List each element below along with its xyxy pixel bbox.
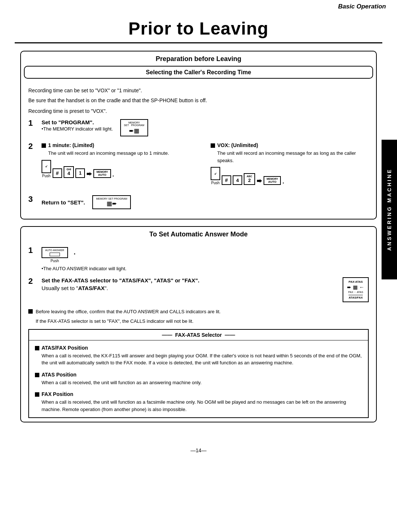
aa-step2-sub: Usually set to "ATAS/FAX".: [42, 285, 199, 291]
intro-line2: Be sure that the handset is on the cradl…: [28, 97, 369, 104]
key-sequence-1min: ↙ Push # GHI 4: [42, 160, 200, 178]
fax-atas-selector-img: PAX·ATAS ➨ ▦ ← PAX···ATAS ATAS/FAX: [343, 277, 369, 302]
set-key: MEMORY SET PROGRAM ▦➨: [92, 195, 131, 209]
aa-step-1: 1 AUTO ANSWER Push . •The AUTO ANSWER in…: [28, 246, 369, 271]
fax-item-1: ATAS/FAX Position When a call is receive…: [35, 345, 362, 367]
preset-text: Recording time is preset to "VOX".: [28, 108, 369, 114]
aa-note1: Before leaving the office, confirm that …: [28, 308, 369, 315]
subsection-title: Selecting the Caller's Recording Time: [25, 67, 372, 78]
fax-item-2: ATAS Position When a call is received, t…: [35, 372, 362, 386]
step2-left-label: 1 minute: (Limited): [42, 142, 200, 148]
key-sequence-vox: ↙ Push # 4: [211, 167, 369, 185]
preparation-section: Preparation before Leaving Selecting the…: [20, 51, 377, 219]
aa-step-2: 2 Set the FAX-ATAS selector to "ATAS/FAX…: [28, 277, 369, 302]
step2-right-desc: The unit will record an incoming message…: [217, 150, 369, 164]
memory-program-key: MEMORY SET PROGRAM ➨▦: [120, 119, 148, 136]
step-1: 1 Set to "PROGRAM". •The MEMORY indicato…: [28, 119, 369, 136]
step2-right-label: VOX: (Unlimited): [211, 142, 369, 148]
auto-answer-section: To Set Automatic Answer Mode 1 AUTO ANSW…: [20, 226, 377, 422]
section-label: Basic Operation: [338, 3, 386, 10]
step1-bullet: •The MEMORY indicator will light.: [42, 126, 113, 132]
fax-atas-box-title: FAX-ATAS Selector: [29, 330, 368, 340]
auto-answer-key: AUTO ANSWER: [42, 247, 68, 258]
auto-answer-title: To Set Automatic Answer Mode: [21, 227, 376, 241]
page-number: —14—: [0, 444, 397, 459]
step-2: 2 1 minute: (Limited) The unit will reco…: [28, 142, 369, 189]
fax-item-1-text: When a call is received, the KX-F115 wil…: [42, 352, 362, 367]
page-title: Prior to Leaving: [0, 12, 397, 42]
aa-step1-bullet: •The AUTO ANSWER indicator will light.: [42, 266, 369, 271]
intro-line1: Recording time can be set to "VOX" or "1…: [28, 87, 369, 94]
step3-label: Return to "SET".: [42, 199, 85, 206]
fax-item-3-text: When a call is received, the unit will f…: [42, 399, 362, 413]
aa-note2: If the FAX-ATAS selector is set to "FAX"…: [36, 318, 369, 324]
aa-step2-label: Set the FAX-ATAS selector to "ATAS/FAX",…: [42, 277, 199, 283]
fax-atas-box: FAX-ATAS Selector ATAS/FAX Position When…: [28, 329, 369, 418]
fax-item-3: FAX Position When a call is received, th…: [35, 391, 362, 413]
fax-item-2-text: When a call is received, the unit will f…: [42, 379, 362, 386]
step1-label: Set to "PROGRAM".: [42, 119, 113, 125]
step2-left-desc: The unit will record an incoming message…: [48, 150, 200, 157]
preparation-title: Preparation before Leaving: [21, 51, 376, 66]
side-label: ANSWERING MACHINE: [382, 140, 397, 279]
page-header: Basic Operation: [0, 0, 397, 12]
step-3: 3 Return to "SET". MEMORY SET PROGRAM ▦➨: [28, 195, 369, 209]
